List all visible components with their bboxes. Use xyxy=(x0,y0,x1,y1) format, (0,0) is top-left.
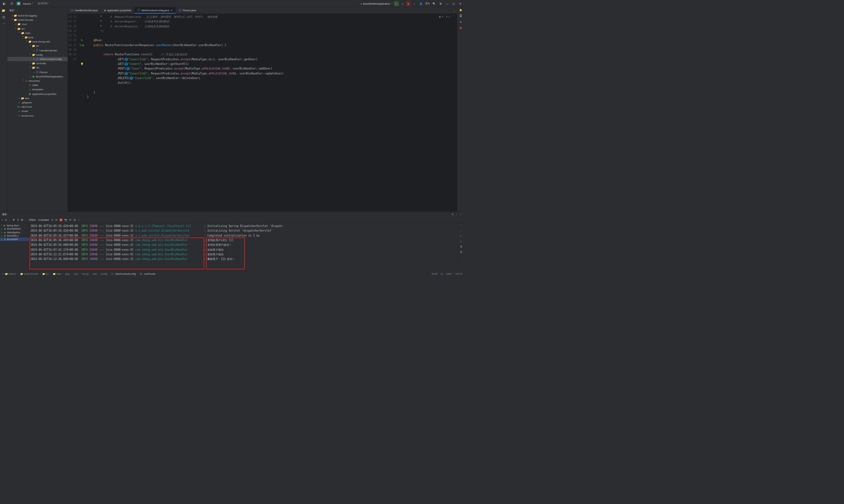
debug-button[interactable]: ⌕ xyxy=(400,1,404,6)
main-menu-icon[interactable]: ☰ xyxy=(9,1,14,6)
refresh-icon[interactable]: ⟳ xyxy=(55,218,57,221)
editor-inspections[interactable]: 5 1 ˄ xyxy=(439,15,454,18)
tabs-more-icon[interactable]: ⋮ xyxy=(452,8,457,14)
tree-item[interactable]: ˅📂java xyxy=(7,35,68,39)
soft-wrap-icon[interactable]: ↩ xyxy=(460,235,462,237)
tree-item[interactable]: ≡mvnw xyxy=(7,109,68,113)
actuator-tab[interactable]: ● Actuator xyxy=(38,218,49,221)
more-tools-icon[interactable]: ⋯ xyxy=(2,22,5,25)
tab-close-icon[interactable]: ✕ xyxy=(170,8,173,12)
editor-tab[interactable]: ⒸPerson.java xyxy=(176,7,199,14)
tree-item[interactable]: ˅📁boot3-04-web xyxy=(7,18,68,22)
expand-icon[interactable]: ↕ xyxy=(1,218,3,221)
encoding[interactable]: UTF-8 xyxy=(455,273,462,275)
service-item[interactable]: ▷◉Boot304W xyxy=(0,237,29,241)
run-button[interactable]: ▷ xyxy=(394,1,399,6)
tree-item[interactable]: ›◉Boot304WebApplication xyxy=(7,74,68,79)
service-item[interactable]: ˅◉Spring Boot xyxy=(0,224,29,227)
tree-item[interactable]: ˅📂src xyxy=(7,26,68,31)
tree-item[interactable]: ›📁controller xyxy=(7,61,68,66)
service-item[interactable]: ▷◉Boot303Lo xyxy=(0,234,29,237)
breadcrumb-item[interactable]: com xyxy=(74,273,81,275)
tree-item[interactable]: ˅📁biz xyxy=(7,44,68,48)
maven-icon[interactable]: m xyxy=(460,21,462,23)
os-indicator-icon[interactable]: ⊞ xyxy=(441,273,443,275)
tree-item[interactable]: ›ⒸPerson xyxy=(7,70,68,74)
structure-tool-icon[interactable]: ◫ xyxy=(2,16,5,19)
breadcrumb-item[interactable]: ⓜ userRouter xyxy=(140,272,157,276)
print-icon[interactable]: 🖶 xyxy=(460,245,462,248)
tree-item[interactable]: ˅📁dto xyxy=(7,66,68,70)
code-with-me-icon[interactable]: 👤 xyxy=(418,1,423,6)
tree-item[interactable]: ›ⒸWebFunctionConfig xyxy=(7,57,68,61)
breadcrumb-item[interactable]: zhong xyxy=(82,273,91,275)
translate-icon[interactable]: 文A xyxy=(425,1,430,6)
inspections-chevron-icon[interactable]: ˄ xyxy=(453,15,454,18)
tree-item[interactable]: ▭templates xyxy=(7,87,68,92)
services-more-icon[interactable]: ⋮ xyxy=(455,213,458,216)
profiler-icon[interactable]: ◔ xyxy=(73,218,75,221)
breadcrumb-item[interactable]: config xyxy=(101,273,110,275)
rerun-icon[interactable]: ↻ xyxy=(51,218,53,221)
clear-icon[interactable]: 🗑 xyxy=(460,250,462,253)
line-separator[interactable]: CRLF xyxy=(446,273,452,275)
close-icon[interactable]: ✕ xyxy=(458,1,463,6)
add-service-icon[interactable]: ⊕ xyxy=(452,213,454,216)
service-item[interactable]: ▷◉Boot302Dem xyxy=(0,227,29,231)
tree-item[interactable]: ▭static xyxy=(7,83,68,87)
project-tool-icon[interactable]: 📁 xyxy=(2,8,5,12)
breadcrumb-item[interactable]: 📁 src xyxy=(42,273,51,275)
search-icon[interactable]: 🔍 xyxy=(432,1,436,6)
view-icon[interactable]: 👁 xyxy=(13,218,15,221)
services-tree[interactable]: ˅◉Spring Boot▷◉Boot302Dem▷◉MainApplica▷◉… xyxy=(0,223,29,271)
override-icon[interactable]: ↻ xyxy=(79,38,85,43)
tree-item[interactable]: ›📁.mvn xyxy=(7,22,68,26)
editor-tab[interactable]: ⒸUserBizHandler.java xyxy=(68,7,101,14)
editor-tab[interactable]: ◉application.properties xyxy=(101,7,135,14)
minimize-icon[interactable]: — xyxy=(445,1,450,6)
intention-bulb-icon[interactable]: 💡 xyxy=(79,61,85,66)
sidebar-header[interactable]: 项目 ˅ xyxy=(7,7,68,14)
notifications-icon[interactable]: 🔔 xyxy=(459,8,462,11)
bean-icon[interactable]: ↻@ xyxy=(79,43,85,48)
close-icon[interactable]: ✕ xyxy=(5,218,7,221)
tree-item[interactable]: ≡.gitignore xyxy=(7,101,68,105)
editor-tab[interactable]: ⒸWebFunctionConfig.java✕ xyxy=(135,7,176,14)
group-icon[interactable]: ⊞ xyxy=(21,218,23,221)
breadcrumb-item[interactable]: 📁 boot3-04-web xyxy=(20,273,40,275)
stop-button[interactable]: ■ xyxy=(406,1,411,6)
export-icon[interactable]: ⇱ xyxy=(70,218,71,221)
caret-position[interactable]: 34:59 xyxy=(432,273,437,275)
tree-item[interactable]: ≡mvnw.cmd xyxy=(7,113,68,118)
scroll-up-icon[interactable]: ↑ xyxy=(461,224,462,227)
services-hide-icon[interactable]: — xyxy=(460,213,462,216)
maximize-icon[interactable]: ◻ xyxy=(451,1,456,6)
project-name[interactable]: Deom1 ˅ xyxy=(23,2,33,5)
tree-item[interactable]: M↓HELP.md xyxy=(7,105,68,109)
console-tab[interactable]: 控制台 xyxy=(29,218,36,221)
breadcrumb-item[interactable]: 📁 main xyxy=(53,273,64,275)
tree-item[interactable]: ˅📁main xyxy=(7,31,68,35)
breadcrumb-item[interactable]: web xyxy=(93,273,100,275)
vcs-dropdown[interactable]: 版本控制 ˅ xyxy=(38,2,50,5)
database-icon[interactable]: 🗄 xyxy=(460,15,462,17)
breadcrumb[interactable]: ▢ 📁 Deom1📁 boot3-04-web📁 src📁 mainjavaco… xyxy=(2,272,157,276)
project-badge[interactable]: D xyxy=(17,2,21,5)
breadcrumb-item[interactable]: ▢ 📁 Deom1 xyxy=(2,273,19,275)
toolbar-more-icon[interactable]: ⋮ xyxy=(78,218,80,221)
filter-icon[interactable]: ▽ xyxy=(17,218,19,221)
run-configuration-dropdown[interactable]: Boot304WebApplication ˅ xyxy=(360,2,392,5)
breadcrumb-item[interactable]: java xyxy=(65,273,72,275)
tree-item[interactable]: ˅📁com.zhong.web xyxy=(7,39,68,44)
stop-service-icon[interactable] xyxy=(60,219,62,221)
tree-item[interactable]: ›📁boot3-03-logging xyxy=(7,14,68,18)
more-icon[interactable]: ⋮ xyxy=(412,1,417,6)
tree-item[interactable]: ›📂test xyxy=(7,96,68,101)
console-output[interactable]: 2024-06-02T16:05:16.426+08:00 INFO 24640… xyxy=(29,223,458,271)
tree-item[interactable]: ˅📁config xyxy=(7,53,68,57)
breadcrumb-item[interactable]: Ⓒ WebFunctionConfig xyxy=(111,272,138,276)
scroll-down-icon[interactable]: ↓ xyxy=(461,229,462,232)
settings-icon[interactable]: ⚙ xyxy=(438,1,443,6)
tree-item[interactable]: ˅▭resources xyxy=(7,79,68,83)
bookmark-icon[interactable]: 🔖 xyxy=(459,27,462,29)
